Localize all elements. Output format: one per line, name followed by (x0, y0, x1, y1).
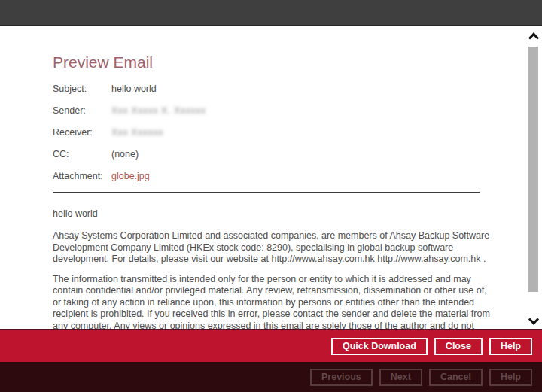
quick-download-button[interactable]: Quick Download (331, 338, 428, 355)
email-greeting: hello world (53, 208, 495, 220)
cc-label: CC: (53, 148, 111, 160)
close-button[interactable]: Close (434, 338, 483, 355)
cancel-button-disabled: Cancel (429, 369, 483, 386)
receiver-label: Receiver: (53, 126, 111, 138)
preview-email-dialog: Preview Email Subject: hello world Sende… (0, 26, 542, 329)
email-paragraph-company: Ahsay Systems Corporation Limited and as… (53, 230, 495, 266)
field-row-sender: Sender: Xxx Xxxxx X. Xxxxxx (53, 105, 480, 117)
background-footer-bar: Previous Next Cancel Help (0, 362, 542, 392)
sender-label: Sender: (53, 105, 111, 117)
previous-button-disabled: Previous (310, 369, 373, 386)
field-row-attachment: Attachment: globe.jpg (53, 170, 480, 182)
email-body: hello world Ahsay Systems Corporation Li… (53, 208, 495, 329)
sender-value-redacted: Xxx Xxxxx X. Xxxxxx (111, 105, 480, 117)
dialog-action-bar: Quick Download Close Help (0, 329, 542, 362)
email-paragraph-disclaimer: The information transmitted is intended … (53, 274, 495, 330)
next-button-disabled: Next (379, 369, 422, 386)
attachment-link[interactable]: globe.jpg (111, 170, 480, 182)
cc-value: (none) (111, 148, 480, 160)
field-row-receiver: Receiver: Xxx Xxxxxx (53, 126, 480, 138)
scroll-down-button[interactable] (528, 315, 538, 326)
help-button-disabled: Help (489, 369, 532, 386)
attachment-label: Attachment: (53, 170, 111, 182)
subject-label: Subject: (53, 83, 111, 95)
app-top-bar (0, 0, 542, 26)
chevron-up-icon (528, 32, 538, 43)
scrollbar-thumb[interactable] (528, 47, 538, 292)
scroll-up-button[interactable] (528, 32, 538, 42)
header-body-divider (53, 192, 480, 193)
receiver-value-redacted: Xxx Xxxxxx (111, 126, 480, 138)
field-row-cc: CC: (none) (53, 148, 480, 160)
field-row-subject: Subject: hello world (53, 83, 480, 95)
chevron-down-icon (528, 315, 538, 325)
subject-value: hello world (111, 83, 480, 95)
help-button[interactable]: Help (489, 338, 532, 355)
page-title: Preview Email (53, 53, 480, 71)
